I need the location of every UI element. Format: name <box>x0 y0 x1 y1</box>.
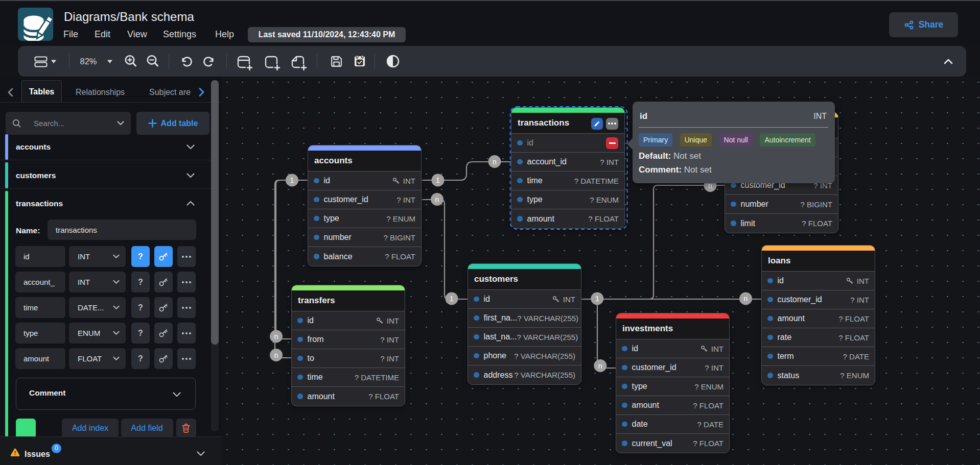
svg-text:n: n <box>744 295 748 303</box>
svg-text:1: 1 <box>450 295 454 303</box>
svg-text:n: n <box>435 195 439 204</box>
svg-text:1: 1 <box>436 176 440 184</box>
svg-text:n: n <box>274 332 278 340</box>
svg-text:n: n <box>493 158 497 166</box>
svg-text:n: n <box>274 351 278 359</box>
svg-text:n: n <box>598 362 602 370</box>
svg-text:1: 1 <box>595 295 599 303</box>
svg-text:1: 1 <box>290 176 294 184</box>
